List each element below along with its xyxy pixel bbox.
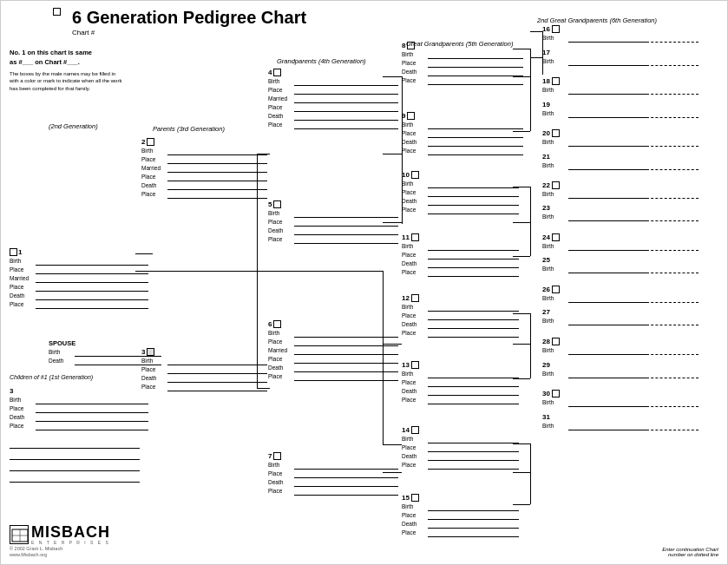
person13-fields: Birth Place Death Place	[402, 370, 519, 404]
person-6: 6 Birth Place Married Place Death Place	[268, 320, 398, 381]
person-23: 23 Birth	[542, 204, 698, 221]
person-19: 19 Birth	[542, 101, 698, 118]
bottom-note: Enter continuation Chart number on dotte…	[662, 547, 718, 557]
person-29: 29 Birth	[542, 361, 698, 378]
person3b-num: 3	[141, 348, 145, 356]
person-18: 18 Birth	[542, 77, 698, 95]
person13-box	[411, 361, 419, 369]
person21-fields: Birth	[542, 161, 698, 170]
person4-num: 4	[268, 69, 272, 76]
person3b-box	[147, 348, 154, 356]
person20-fields: Birth	[542, 138, 698, 147]
chart-num: Chart #	[72, 29, 306, 36]
person31-num: 31	[542, 413, 550, 421]
person-20: 20 Birth	[542, 129, 698, 147]
person-16: 16 Birth	[542, 25, 698, 43]
person22-fields: Birth	[542, 190, 698, 199]
person12-fields: Birth Place Death Place	[402, 303, 519, 338]
person8-num: 8	[402, 42, 405, 49]
person15-box	[411, 494, 419, 502]
person28-num: 28	[542, 338, 550, 345]
person11-box	[411, 233, 419, 241]
logo-web: www.Misbach.org	[10, 552, 47, 557]
person16-num: 16	[542, 25, 550, 33]
person-7: 7 Birth Place Death Place	[268, 452, 398, 496]
person22-box	[552, 181, 560, 189]
person2-num: 2	[141, 138, 145, 146]
person1-box	[10, 248, 17, 256]
person-22: 22 Birth	[542, 181, 698, 199]
person9-fields: Birth Place Death Place	[402, 121, 523, 155]
instructions: No. 1 on this chart is same as #___ on C…	[10, 49, 122, 92]
person-13: 13 Birth Place Death Place	[402, 361, 519, 404]
person-1: 1 Birth Place Married Place Death Place	[10, 248, 148, 309]
gen2-label: (2nd Generation)	[49, 122, 98, 130]
person12-num: 12	[402, 294, 410, 302]
person3-num: 3	[10, 387, 13, 395]
person10-num: 10	[402, 171, 410, 179]
person8-fields: Birth Place Death Place	[402, 50, 523, 85]
person6-num: 6	[268, 320, 272, 328]
chart-box-header	[53, 8, 61, 16]
person10-box	[411, 171, 419, 179]
person24-box	[552, 233, 560, 241]
person24-num: 24	[542, 233, 550, 241]
person6-box	[273, 320, 281, 328]
person-10: 10 Birth Place Death Place	[402, 171, 519, 214]
person20-box	[552, 129, 560, 137]
person18-fields: Birth	[542, 86, 698, 95]
gen4-label: Grandparents (4th Generation)	[277, 57, 366, 65]
person24-fields: Birth	[542, 242, 698, 251]
person4-box	[273, 69, 281, 76]
person18-box	[552, 77, 560, 85]
person-3: 3 Birth Place Death Place	[10, 387, 148, 430]
person7-box	[273, 452, 281, 460]
person30-fields: Birth	[542, 398, 698, 407]
logo-sub: E N T E R P R I S E S	[31, 540, 110, 545]
no1-line: No. 1 on this chart is same as #___ on C…	[10, 49, 122, 67]
small-note: The boxes by the male names may be fille…	[10, 70, 122, 92]
person4-fields: Birth Place Married Place Death Place	[268, 77, 398, 129]
person5-num: 5	[268, 200, 272, 208]
person20-num: 20	[542, 129, 550, 137]
person-12: 12 Birth Place Death Place	[402, 294, 519, 338]
person-25: 25 Birth	[542, 256, 698, 273]
person-24: 24 Birth	[542, 233, 698, 251]
person-2: 2 Birth Place Married Place Death Place	[141, 138, 267, 199]
person8-box	[407, 42, 415, 49]
person14-fields: Birth Place Death Place	[402, 435, 519, 470]
person5-box	[273, 200, 281, 208]
person28-fields: Birth	[542, 346, 698, 355]
person-5: 5 Birth Place Death Place	[268, 200, 398, 244]
person1-fields: Birth Place Married Place Death Place	[10, 257, 148, 309]
person31-fields: Birth	[542, 422, 698, 430]
person9-box	[407, 112, 415, 120]
person11-fields: Birth Place Death Place	[402, 242, 519, 277]
person2-box	[147, 138, 154, 146]
gen6-label: 2nd Great Grandparents (6th Generation)	[537, 16, 657, 24]
person-17: 17 Birth	[542, 49, 698, 66]
person6-fields: Birth Place Married Place Death Place	[268, 329, 398, 381]
person27-num: 27	[542, 308, 550, 316]
person-14: 14 Birth Place Death Place	[402, 426, 519, 470]
person23-fields: Birth	[542, 213, 698, 221]
person5-fields: Birth Place Death Place	[268, 209, 398, 244]
person-8: 8 Birth Place Death Place	[402, 42, 523, 85]
person19-num: 19	[542, 101, 550, 108]
person30-box	[552, 390, 560, 397]
spouse-label: SPOUSE	[49, 339, 161, 347]
person-4: 4 Birth Place Married Place Death Place	[268, 69, 398, 129]
person25-num: 25	[542, 256, 550, 264]
person17-fields: Birth	[542, 57, 698, 66]
chart-title: 6 Generation Pedigree Chart	[72, 8, 306, 27]
logo-icon	[10, 525, 29, 544]
person29-num: 29	[542, 361, 550, 369]
person2-fields: Birth Place Married Place Death Place	[141, 147, 267, 199]
person14-num: 14	[402, 426, 410, 434]
person15-num: 15	[402, 494, 410, 502]
person14-box	[411, 426, 419, 434]
person18-num: 18	[542, 77, 550, 85]
logo-name: MISBACH	[31, 524, 110, 540]
person16-fields: Birth	[542, 34, 698, 43]
person7-fields: Birth Place Death Place	[268, 461, 398, 496]
